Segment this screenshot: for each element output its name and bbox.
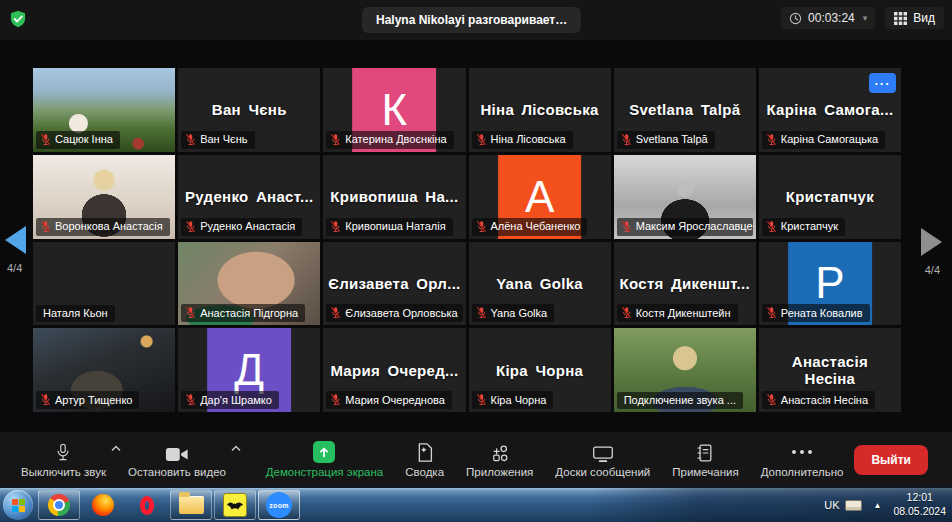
ellipsis-icon — [792, 441, 812, 463]
participant-tile[interactable]: Ніна ЛісовськаНіна Лісовська — [469, 68, 611, 152]
language-indicator[interactable]: UK — [824, 499, 861, 511]
participant-more-options-button[interactable]: ··· — [869, 73, 896, 93]
participant-name-text: Сацюк Інна — [55, 133, 113, 145]
participant-tile[interactable]: Анастасія НесінаАнастасія Несіна — [759, 328, 901, 412]
participant-tile[interactable]: Анастасія Підгорна — [178, 242, 320, 326]
start-button[interactable] — [3, 490, 33, 520]
participant-name-text: Анастасія Підгорна — [200, 307, 298, 319]
view-button[interactable]: Вид — [885, 7, 944, 29]
participant-tile[interactable]: Наталя Кьон — [33, 242, 175, 326]
muted-mic-icon — [330, 220, 341, 233]
participant-tile[interactable]: Yana GolkaYana Golka — [469, 242, 611, 326]
participant-name-label: Yana Golka — [472, 304, 555, 322]
participant-name-label: Руденко Анастасія — [181, 218, 302, 236]
participant-tile[interactable]: Каріна Самога...···Каріна Самогацька — [759, 68, 901, 152]
leave-button[interactable]: Выйти — [854, 445, 928, 475]
video-grid: Сацюк ІннаВан ЧєньВан ЧєньККатерина Двоє… — [33, 68, 901, 412]
muted-mic-icon — [476, 133, 487, 146]
participant-tile[interactable]: РРената Ковалив — [759, 242, 901, 326]
participant-name-text: Наталя Кьон — [43, 307, 108, 319]
participant-name-text: Yana Golka — [491, 307, 548, 319]
participant-name-label: Воронкова Анастасія — [36, 218, 170, 236]
participant-tile[interactable]: Костя Дикеншт...Костя Дикенштейн — [614, 242, 756, 326]
whiteboard-icon — [592, 445, 614, 463]
taskbar-thebat-button[interactable] — [214, 490, 256, 520]
summary-document-icon — [415, 442, 434, 463]
muted-mic-icon — [766, 220, 777, 233]
participant-tile[interactable]: Воронкова Анастасія — [33, 155, 175, 239]
system-tray: UK ▲ 12:01 08.05.2024 — [824, 491, 952, 518]
participant-tile[interactable]: Єлизавета Орл...Єлизавета Орловська — [323, 242, 465, 326]
participant-name-label: Каріна Самогацька — [762, 131, 885, 149]
participant-name-label: Подключение звука ... — [617, 392, 743, 409]
page-indicator-left: 4/4 — [7, 262, 22, 274]
participant-tile[interactable]: ДДар'я Шрамко — [178, 328, 320, 412]
next-page-arrow-icon[interactable] — [921, 228, 942, 256]
participant-tile[interactable]: Кривопиша На...Кривопиша Наталія — [323, 155, 465, 239]
participant-tile[interactable]: Подключение звука ... — [614, 328, 756, 412]
participant-name-label: Артур Тищенко — [36, 391, 139, 409]
participant-name-label: Анастасія Підгорна — [181, 304, 305, 322]
mute-button[interactable]: Выключить звук — [10, 441, 117, 478]
participant-name-label: Ніна Лісовська — [472, 131, 573, 149]
participant-name-label: Рената Ковалив — [762, 304, 870, 322]
participant-name-label: Максим Ярослаславцев — [617, 218, 753, 236]
participant-tile[interactable]: Ван ЧєньВан Чєнь — [178, 68, 320, 152]
participant-name-label: Анастасія Несіна — [762, 391, 875, 409]
share-screen-icon — [313, 441, 335, 463]
more-button-label: Дополнительно — [761, 466, 844, 478]
participant-name-text: Мария Очереднова — [345, 394, 445, 406]
participant-tile[interactable]: Мария Очеред...Мария Очереднова — [323, 328, 465, 412]
taskbar-clock[interactable]: 12:01 08.05.2024 — [893, 491, 946, 518]
muted-mic-icon — [476, 220, 487, 233]
firefox-icon — [92, 494, 114, 516]
timer-caret-icon[interactable]: ▾ — [863, 13, 868, 23]
grid-view-icon — [894, 12, 907, 25]
speaking-notification: Halyna Nikolayi разговаривает… — [362, 7, 581, 33]
taskbar-explorer-button[interactable] — [170, 490, 212, 520]
participant-tile[interactable]: КристапчукКристапчук — [759, 155, 901, 239]
share-screen-button-label: Демонстрация экрана — [266, 466, 384, 478]
participant-tile[interactable]: Кіра ЧорнаКіра Чорна — [469, 328, 611, 412]
security-shield-icon[interactable] — [8, 9, 28, 29]
taskbar-firefox-button[interactable] — [82, 490, 124, 520]
participant-tile[interactable]: Руденко Анаст...Руденко Анастасія — [178, 155, 320, 239]
participant-tile[interactable]: ККатерина Двоєнкіна — [323, 68, 465, 152]
participant-tile[interactable]: Максим Ярослаславцев — [614, 155, 756, 239]
top-bar: Halyna Nikolayi разговаривает… 00:03:24 … — [0, 0, 952, 40]
muted-mic-icon — [330, 393, 341, 406]
muted-mic-icon — [621, 220, 632, 233]
zoom-app-icon: zoom — [266, 492, 292, 518]
taskbar-zoom-button[interactable]: zoom — [258, 490, 300, 520]
folder-icon — [179, 496, 204, 514]
participant-name-label: Svetlana Talpă — [617, 131, 715, 149]
whiteboards-button[interactable]: Доски сообщений — [544, 441, 661, 478]
previous-page-arrow-icon[interactable] — [5, 226, 26, 254]
tray-expand-caret-icon[interactable]: ▲ — [874, 501, 882, 510]
share-screen-button[interactable]: Демонстрация экрана — [255, 441, 395, 478]
camera-icon — [165, 446, 189, 463]
windows-logo-icon — [12, 499, 25, 512]
notes-icon — [696, 443, 714, 463]
more-button[interactable]: Дополнительно — [750, 441, 855, 478]
apps-button-label: Приложения — [466, 466, 533, 478]
video-options-caret-icon[interactable] — [231, 445, 241, 452]
microphone-icon — [54, 442, 72, 463]
participant-tile[interactable]: Svetlana TalpăSvetlana Talpă — [614, 68, 756, 152]
stop-video-button[interactable]: Остановить видео — [117, 441, 237, 478]
participant-name-label: Наталя Кьон — [36, 305, 115, 322]
keyboard-icon — [845, 500, 862, 511]
participant-name-label: Костя Дикенштейн — [617, 304, 738, 322]
notes-button[interactable]: Примечания — [661, 441, 749, 478]
muted-mic-icon — [766, 306, 777, 319]
participant-tile[interactable]: Сацюк Інна — [33, 68, 175, 152]
taskbar-opera-button[interactable] — [126, 490, 168, 520]
apps-button[interactable]: Приложения — [455, 441, 544, 478]
participant-tile[interactable]: Артур Тищенко — [33, 328, 175, 412]
participant-name-text: Подключение звука ... — [624, 394, 736, 406]
summary-button[interactable]: Сводка — [394, 441, 455, 478]
participant-name-label: Кривопиша Наталія — [326, 218, 452, 236]
participant-name-label: Алёна Чебаненко — [472, 218, 588, 236]
taskbar-chrome-button[interactable] — [38, 490, 80, 520]
participant-tile[interactable]: ААлёна Чебаненко — [469, 155, 611, 239]
